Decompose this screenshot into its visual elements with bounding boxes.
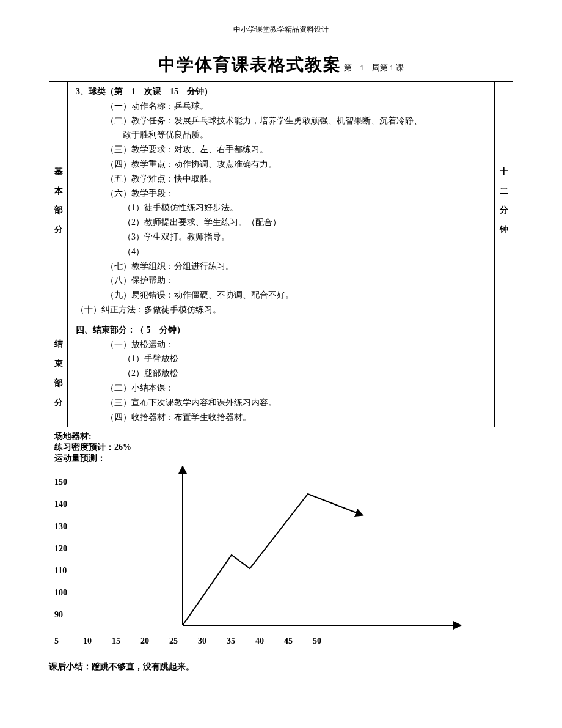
y-axis-labels: 150 140 130 120 110 100 90 [54, 477, 67, 621]
main-title: 中学体育课表格式教案 [158, 53, 341, 76]
page-header-small: 中小学课堂教学精品资料设计 [49, 24, 513, 35]
x-tick: 35 [227, 636, 255, 646]
x-tick: 15 [112, 636, 140, 646]
s2-i1: （一）放松运动： [71, 337, 477, 352]
s1-i6-4: （4） [71, 245, 477, 259]
vlabel-char: 部 [53, 376, 64, 391]
s2-i1-1: （1）手臂放松 [71, 351, 477, 366]
y-tick: 150 [54, 477, 67, 488]
s1-i6-1: （1）徒手模仿性练习好步法。 [71, 200, 477, 215]
s2-i4: （四）收拾器材：布置学生收拾器材。 [71, 410, 477, 425]
y-tick: 100 [54, 588, 67, 599]
vlabel-char: 十 [498, 164, 509, 179]
vlabel-char: 分 [53, 222, 64, 237]
s1-i7: （七）教学组织：分组进行练习。 [71, 259, 477, 274]
section2-narrow-col [481, 320, 495, 427]
vlabel-char: 部 [53, 203, 64, 218]
section2-content: 四、结束部分：（ 5 分钟） （一）放松运动： （1）手臂放松 （2）腿部放松 … [68, 320, 481, 427]
y-tick: 110 [54, 566, 67, 577]
x-axis-labels: 5 10 15 20 25 30 35 40 45 50 [54, 636, 396, 646]
s1-i6: （六）教学手段： [71, 186, 477, 201]
x-tick: 20 [140, 636, 169, 646]
vlabel-char: 结 [53, 337, 64, 351]
s1-i10: （十）纠正方法：多做徒手模仿练习。 [71, 303, 477, 317]
lesson-table: 基 本 部 分 3、球类（第 1 次课 15 分钟） （一）动作名称：乒乓球。 … [49, 81, 513, 427]
y-tick: 90 [54, 610, 67, 621]
density-line: 练习密度预计：26% [54, 442, 508, 453]
section1-time-vlabel: 十 二 分 钟 [495, 82, 513, 320]
chart-series-line [183, 494, 360, 625]
s1-intro: 3、球类（第 1 次课 15 分钟） [71, 84, 477, 99]
s2-i2: （二）小结本课： [71, 381, 477, 395]
load-chart: 150 140 130 120 110 100 90 5 10 15 [54, 466, 508, 650]
s2-i3: （三）宣布下次课教学内容和课外练习内容。 [71, 395, 477, 410]
vlabel-char: 二 [498, 184, 509, 199]
load-line: 运动量预测： [54, 453, 508, 464]
x-tick: 5 [54, 636, 83, 646]
s1-i2a: （二）教学任务：发展乒乓球技术能力，培养学生勇敢顽强、机智果断、沉着冷静、 [71, 114, 477, 128]
post-class-note: 课后小结：蹬跳不够直，没有跳起来。 [49, 661, 513, 672]
vlabel-char: 本 [53, 184, 64, 199]
s2-intro: 四、结束部分：（ 5 分钟） [71, 323, 477, 337]
x-tick: 50 [313, 636, 341, 646]
vlabel-char: 钟 [498, 222, 509, 237]
x-tick: 30 [198, 636, 227, 646]
s1-i1: （一）动作名称：乒乓球。 [71, 99, 477, 114]
s1-i2b: 敢于胜利等优良品质。 [71, 128, 477, 142]
section1-narrow-col [481, 82, 495, 320]
chart-svg [79, 466, 470, 638]
bottom-block: 场地器材: 练习密度预计：26% 运动量预测： 150 140 130 120 … [49, 427, 513, 656]
x-tick: 25 [169, 636, 198, 646]
vlabel-char: 分 [498, 203, 509, 218]
s2-i1-2: （2）腿部放松 [71, 366, 477, 381]
s1-i5: （五）教学难点：快中取胜。 [71, 172, 477, 186]
vlabel-char: 基 [53, 164, 64, 179]
s1-i6-2: （2）教师提出要求、学生练习。（配合） [71, 215, 477, 230]
s1-i9: （九）易犯错误：动作僵硬、不协调、配合不好。 [71, 288, 477, 303]
vlabel-char: 束 [53, 356, 64, 371]
y-tick: 140 [54, 499, 67, 510]
s1-i3: （三）教学要求：对攻、左、右手都练习。 [71, 142, 477, 157]
title-row: 中学体育课表格式教案 第 1 周第 1 课 [49, 53, 513, 76]
x-tick: 40 [255, 636, 284, 646]
section1-content: 3、球类（第 1 次课 15 分钟） （一）动作名称：乒乓球。 （二）教学任务：… [68, 82, 481, 320]
y-tick: 120 [54, 544, 67, 555]
x-tick: 45 [284, 636, 313, 646]
x-tick: 10 [83, 636, 112, 646]
vlabel-char: 分 [53, 395, 64, 410]
section2-time-vlabel [495, 320, 513, 427]
s1-i8: （八）保护帮助： [71, 273, 477, 288]
equip-line: 场地器材: [54, 431, 508, 442]
section1-vlabel: 基 本 部 分 [49, 82, 68, 320]
s1-i6-3: （3）学生双打。教师指导。 [71, 230, 477, 245]
section2-vlabel: 结 束 部 分 [49, 320, 68, 427]
s1-i4: （四）教学重点：动作协调、攻点准确有力。 [71, 157, 477, 172]
subtitle: 第 1 周第 1 课 [344, 62, 404, 73]
y-tick: 130 [54, 522, 67, 533]
